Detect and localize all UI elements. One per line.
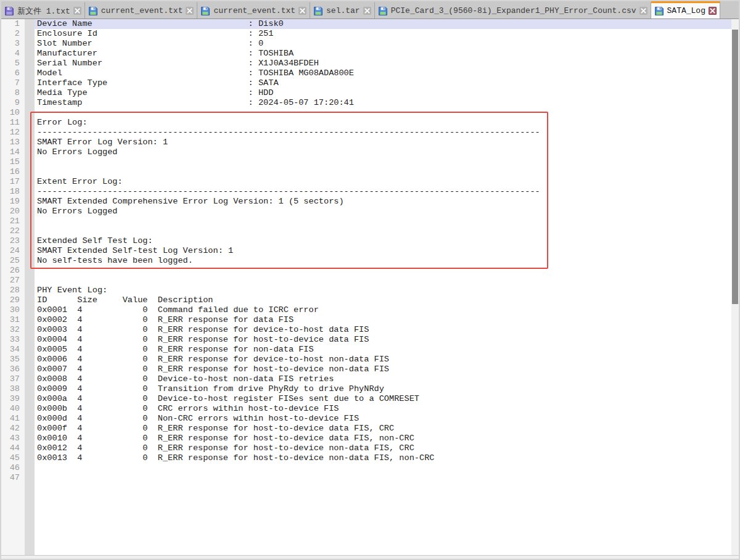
editor-line: 420x000f 4 0 R_ERR response for host-to-… xyxy=(1,424,731,434)
close-icon[interactable] xyxy=(298,7,306,15)
editor-line: 47 xyxy=(1,473,731,483)
tab-current-event-txt[interactable]: current_event.txt xyxy=(85,1,198,19)
line-text[interactable]: 0x0009 4 0 Transition from drive PhyRdy … xyxy=(35,384,731,394)
line-number: 11 xyxy=(1,118,25,128)
line-text[interactable]: 0x000f 4 0 R_ERR response for host-to-de… xyxy=(35,424,731,434)
line-text[interactable]: 0x0004 4 0 R_ERR response for host-to-de… xyxy=(35,335,731,345)
line-text[interactable]: 0x0007 4 0 R_ERR response for host-to-de… xyxy=(35,364,731,374)
line-number: 14 xyxy=(1,147,25,157)
line-text[interactable] xyxy=(35,473,731,483)
tab-sel-tar[interactable]: sel.tar xyxy=(310,1,375,19)
line-text[interactable] xyxy=(35,276,731,286)
editor-line: 15 xyxy=(1,157,731,167)
line-text[interactable]: 0x0008 4 0 Device-to-host non-data FIS r… xyxy=(35,374,731,384)
line-text[interactable] xyxy=(35,226,731,236)
line-text[interactable]: Extent Error Log: xyxy=(35,177,731,187)
line-text[interactable] xyxy=(35,463,731,473)
line-text[interactable]: PHY Event Log: xyxy=(35,286,731,295)
line-text[interactable]: 0x0006 4 0 R_ERR response for device-to-… xyxy=(35,355,731,364)
line-text[interactable]: No self-tests have been logged. xyxy=(35,256,731,266)
bookmark-margin xyxy=(25,88,35,98)
close-icon[interactable] xyxy=(639,7,648,15)
line-text[interactable]: 0x0010 4 0 R_ERR response for host-to-de… xyxy=(35,434,731,443)
editor-line: 6Model : TOSHIBA MG08ADA800E xyxy=(1,68,731,78)
line-text[interactable]: 0x0013 4 0 R_ERR response for host-to-de… xyxy=(35,453,731,463)
editor-line: 320x0003 4 0 R_ERR response for device-t… xyxy=(1,325,731,335)
line-text[interactable]: Error Log: xyxy=(35,118,731,128)
tab-label: current_event.txt xyxy=(101,6,183,15)
line-text[interactable] xyxy=(35,167,731,177)
line-text[interactable]: Media Type : HDD xyxy=(35,88,731,98)
horizontal-scrollbar[interactable] xyxy=(1,555,739,559)
line-text[interactable]: ----------------------------------------… xyxy=(35,187,731,197)
editor-line: 4Manufacturer : TOSHIBA xyxy=(1,49,731,59)
line-text[interactable]: SMART Extended Comprehensive Error Log V… xyxy=(35,197,731,207)
line-text[interactable]: ID Size Value Description xyxy=(35,295,731,305)
line-text[interactable]: SMART Error Log Version: 1 xyxy=(35,138,731,147)
line-text[interactable]: Extended Self Test Log: xyxy=(35,236,731,246)
close-icon[interactable] xyxy=(186,7,194,15)
editor-line: 17Extent Error Log: xyxy=(1,177,731,187)
tab-label: PCIe_Card_3_(9560-8i)_Expander1_PHY_Erro… xyxy=(391,6,636,15)
saved-file-floppy-icon xyxy=(654,6,664,16)
close-icon[interactable] xyxy=(363,7,371,15)
line-number: 5 xyxy=(1,59,25,68)
editor-line: 21 xyxy=(1,216,731,226)
line-number: 13 xyxy=(1,138,25,147)
tab-pcie-card-3-9560-8i-expander1-phy-error-count-csv[interactable]: PCIe_Card_3_(9560-8i)_Expander1_PHY_Erro… xyxy=(375,1,651,19)
editor-line: 10 xyxy=(1,108,731,118)
line-number: 39 xyxy=(1,394,25,404)
editor-line: 2Enclosure Id : 251 xyxy=(1,29,731,39)
line-text[interactable]: 0x000b 4 0 CRC errors within host-to-dev… xyxy=(35,404,731,414)
line-text[interactable]: Device Name : Disk0 xyxy=(35,19,731,29)
vertical-scrollbar[interactable] xyxy=(731,19,739,555)
line-text[interactable]: 0x0002 4 0 R_ERR response for data FIS xyxy=(35,315,731,325)
line-text[interactable]: 0x0005 4 0 R_ERR response for non-data F… xyxy=(35,345,731,355)
line-number: 43 xyxy=(1,434,25,443)
line-text[interactable]: ----------------------------------------… xyxy=(35,128,731,138)
line-number: 40 xyxy=(1,404,25,414)
line-text[interactable] xyxy=(35,216,731,226)
bookmark-margin xyxy=(25,157,35,167)
line-number: 27 xyxy=(1,276,25,286)
line-text[interactable]: SMART Extended Self-test Log Version: 1 xyxy=(35,246,731,256)
bookmark-margin xyxy=(25,443,35,453)
bookmark-margin xyxy=(25,266,35,276)
bookmark-margin xyxy=(25,147,35,157)
line-text[interactable]: 0x0001 4 0 Command failed due to ICRC er… xyxy=(35,305,731,315)
editor-line: 310x0002 4 0 R_ERR response for data FIS xyxy=(1,315,731,325)
line-text[interactable]: 0x0003 4 0 R_ERR response for device-to-… xyxy=(35,325,731,335)
tab-1-txt[interactable]: 新文件 1.txt xyxy=(1,1,85,19)
scrollbar-thumb[interactable] xyxy=(732,30,738,304)
close-icon[interactable] xyxy=(73,7,81,15)
close-icon[interactable] xyxy=(709,7,717,15)
tab-sata-log[interactable]: SATA_Log xyxy=(651,1,720,19)
line-text[interactable]: Manufacturer : TOSHIBA xyxy=(35,49,731,59)
new-file-floppy-icon xyxy=(4,6,14,16)
line-number: 33 xyxy=(1,335,25,345)
line-text[interactable]: 0x000a 4 0 Device-to-host register FISes… xyxy=(35,394,731,404)
line-text[interactable]: Interface Type : SATA xyxy=(35,78,731,88)
line-number: 10 xyxy=(1,108,25,118)
line-text[interactable]: Model : TOSHIBA MG08ADA800E xyxy=(35,68,731,78)
tab-current-event-txt[interactable]: current_event.txt xyxy=(197,1,310,19)
line-number: 2 xyxy=(1,29,25,39)
line-number: 45 xyxy=(1,453,25,463)
line-number: 36 xyxy=(1,364,25,374)
bookmark-margin xyxy=(25,138,35,147)
line-text[interactable] xyxy=(35,157,731,167)
line-text[interactable] xyxy=(35,266,731,276)
line-text[interactable]: Timestamp : 2024-05-07 17:20:41 xyxy=(35,98,731,108)
line-text[interactable] xyxy=(35,108,731,118)
editor-line: 1Device Name : Disk0 xyxy=(1,19,731,29)
line-text[interactable]: No Errors Logged xyxy=(35,147,731,157)
line-text[interactable]: Serial Number : X1J0A34BFDEH xyxy=(35,59,731,68)
line-text[interactable]: 0x000d 4 0 Non-CRC errors within host-to… xyxy=(35,414,731,424)
editor-line: 5Serial Number : X1J0A34BFDEH xyxy=(1,59,731,68)
editor-line: 380x0009 4 0 Transition from drive PhyRd… xyxy=(1,384,731,394)
line-text[interactable]: Slot Number : 0 xyxy=(35,39,731,49)
line-text[interactable]: No Errors Logged xyxy=(35,207,731,216)
editor-line: 23Extended Self Test Log: xyxy=(1,236,731,246)
line-text[interactable]: 0x0012 4 0 R_ERR response for host-to-de… xyxy=(35,443,731,453)
line-text[interactable]: Enclosure Id : 251 xyxy=(35,29,731,39)
